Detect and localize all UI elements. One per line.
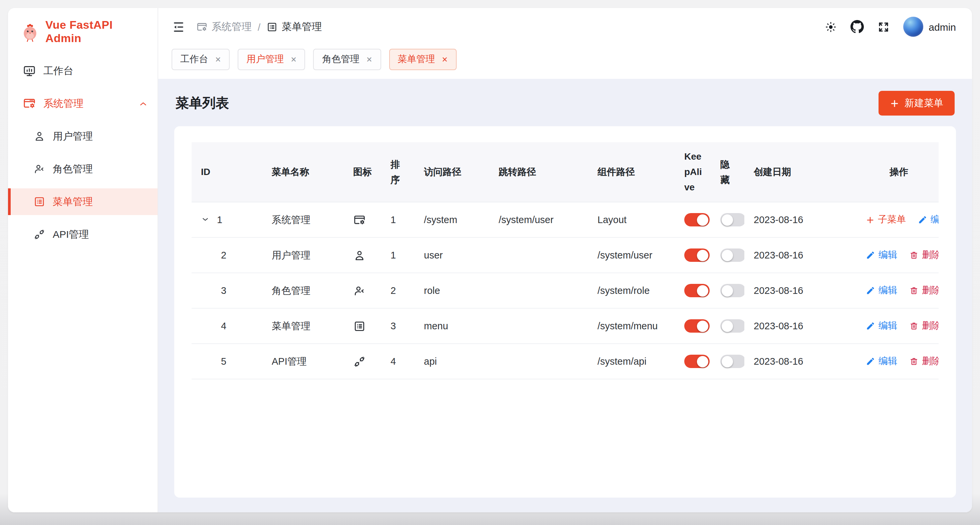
hidden-toggle[interactable] (720, 355, 745, 368)
tab-label: 菜单管理 (398, 53, 435, 65)
role-icon (353, 284, 374, 297)
cell-order: 2 (381, 273, 415, 308)
keepalive-toggle[interactable] (684, 355, 710, 368)
breadcrumb-label: 菜单管理 (282, 21, 322, 33)
keepalive-toggle[interactable] (684, 213, 710, 227)
table-row: 1 系统管理 (192, 202, 939, 238)
close-icon[interactable]: ✕ (442, 56, 448, 63)
sidebar-item-label: API管理 (53, 228, 89, 241)
edit-button[interactable]: 编辑 (866, 249, 897, 261)
close-icon[interactable]: ✕ (290, 56, 296, 63)
cell-name: 系统管理 (262, 202, 344, 238)
sidebar-item-roles[interactable]: 角色管理 (8, 156, 158, 182)
sidebar-item-label: 用户管理 (53, 130, 93, 143)
breadcrumb-system[interactable]: 系统管理 (196, 21, 252, 33)
github-icon[interactable] (851, 20, 864, 34)
header-actions: admin (824, 17, 956, 37)
keepalive-toggle[interactable] (684, 319, 710, 333)
sidebar-item-label: 角色管理 (53, 163, 93, 176)
avatar (903, 17, 923, 37)
user-menu[interactable]: admin (903, 17, 956, 37)
cell-component: /system/api (588, 344, 675, 379)
app-window: Vue FastAPI Admin 工作台 (8, 8, 972, 512)
close-icon[interactable]: ✕ (366, 56, 372, 63)
breadcrumb: 系统管理 / 菜单管理 (196, 21, 322, 33)
sidebar-collapse-icon[interactable] (172, 20, 186, 34)
sidebar-item-workbench[interactable]: 工作台 (8, 57, 158, 84)
col-name: 菜单名称 (262, 142, 344, 202)
new-menu-button-label: 新建菜单 (905, 97, 943, 110)
col-actions: 操作 (856, 142, 939, 202)
cell-created: 2023-08-16 (745, 273, 856, 308)
delete-button[interactable]: 删除 (909, 320, 939, 332)
sidebar-item-api[interactable]: API管理 (8, 221, 158, 248)
pencil-icon (866, 250, 875, 260)
tab-roles[interactable]: 角色管理 ✕ (313, 49, 381, 70)
chevron-down-icon[interactable] (201, 215, 210, 224)
fullscreen-icon[interactable] (877, 21, 890, 33)
cell-order: 1 (381, 238, 415, 273)
header: 系统管理 / 菜单管理 (158, 8, 972, 45)
cell-created: 2023-08-16 (745, 344, 856, 379)
hidden-toggle[interactable] (720, 319, 745, 333)
sidebar-item-menus[interactable]: 菜单管理 (8, 188, 158, 215)
edit-button[interactable]: 编辑 (866, 320, 897, 332)
tab-label: 角色管理 (322, 53, 360, 65)
col-created: 创建日期 (745, 142, 856, 202)
col-id: ID (192, 142, 262, 202)
cell-path: menu (415, 308, 489, 344)
add-submenu-button[interactable]: 子菜单 (866, 214, 906, 226)
hidden-toggle[interactable] (720, 249, 745, 262)
delete-button[interactable]: 删除 (909, 284, 939, 296)
cell-created: 2023-08-16 (745, 308, 856, 344)
cell-component: /system/menu (588, 308, 675, 344)
tab-label: 用户管理 (247, 53, 284, 65)
edit-button[interactable]: 编辑 (918, 214, 939, 225)
username: admin (929, 21, 956, 32)
breadcrumb-separator: / (258, 21, 260, 32)
new-menu-button[interactable]: 新建菜单 (878, 91, 955, 116)
cell-component: Layout (588, 202, 675, 238)
sidebar-menu: 工作台 系统管理 (8, 57, 158, 248)
delete-button[interactable]: 删除 (909, 249, 939, 261)
sidebar-item-system[interactable]: 系统管理 (8, 90, 158, 117)
content-area: 菜单列表 新建菜单 (158, 79, 972, 512)
cell-order: 3 (381, 308, 415, 344)
sidebar-item-label: 工作台 (43, 64, 73, 77)
page-title: 菜单列表 (176, 94, 229, 112)
table-row: 2 用户管理 1 (192, 238, 939, 273)
tab-label: 工作台 (180, 53, 208, 65)
hidden-toggle[interactable] (720, 284, 745, 297)
menu-table: ID 菜单名称 图标 排序 访问路径 跳转路径 组件路径 KeepAlive 隐… (192, 142, 939, 380)
trash-icon (909, 356, 919, 366)
brand[interactable]: Vue FastAPI Admin (8, 8, 158, 51)
tab-users[interactable]: 用户管理 ✕ (238, 49, 305, 70)
cell-redirect: /system/user (489, 202, 588, 238)
table-row: 3 角色管理 (192, 273, 939, 308)
tab-menus[interactable]: 菜单管理 ✕ (389, 49, 456, 70)
edit-button[interactable]: 编辑 (866, 284, 897, 296)
cell-id: 5 (221, 356, 226, 367)
edit-button[interactable]: 编辑 (866, 355, 897, 367)
keepalive-toggle[interactable] (684, 249, 710, 262)
table-row: 5 API管理 (192, 344, 939, 379)
close-icon[interactable]: ✕ (215, 56, 221, 63)
hidden-toggle[interactable] (720, 213, 745, 227)
keepalive-toggle[interactable] (684, 284, 710, 297)
theme-sun-icon[interactable] (824, 21, 837, 33)
table-card: ID 菜单名称 图标 排序 访问路径 跳转路径 组件路径 KeepAlive 隐… (174, 126, 956, 498)
pencil-icon (866, 286, 875, 295)
trash-icon (909, 321, 919, 330)
cell-order: 1 (381, 202, 415, 238)
tab-workbench[interactable]: 工作台 ✕ (172, 49, 230, 70)
breadcrumb-menus[interactable]: 菜单管理 (266, 21, 322, 33)
cell-path: api (415, 344, 489, 379)
content-header: 菜单列表 新建菜单 (174, 91, 956, 116)
sidebar-item-users[interactable]: 用户管理 (8, 123, 158, 150)
delete-button[interactable]: 删除 (909, 355, 939, 367)
user-icon (33, 130, 45, 142)
cell-component: /system/role (588, 273, 675, 308)
pencil-icon (918, 215, 927, 224)
breadcrumb-label: 系统管理 (212, 21, 252, 33)
plus-icon (890, 99, 899, 108)
